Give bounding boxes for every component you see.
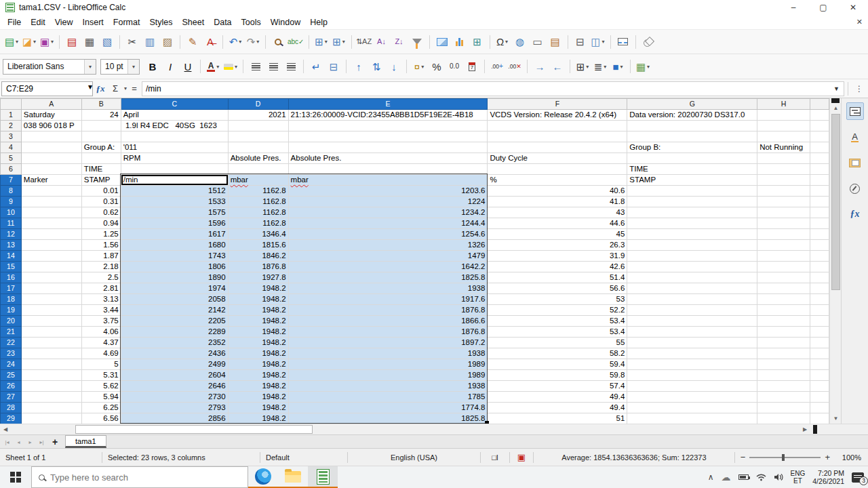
- cell-D6[interactable]: [228, 164, 288, 175]
- cell-B12[interactable]: 1.25: [81, 229, 121, 240]
- cell-F26[interactable]: 57.4: [488, 381, 627, 392]
- save-dropdown-icon[interactable]: ▾: [51, 39, 54, 45]
- cell-E7[interactable]: mbar: [288, 175, 488, 186]
- conditional-formatting-button[interactable]: ▦▾: [635, 58, 651, 75]
- menu-format[interactable]: Format: [108, 16, 145, 28]
- spelling-button[interactable]: abc✓: [288, 33, 304, 51]
- cell-E1[interactable]: 21:13:26:00009-VCID:23455A8BB1D5F19E2E-4…: [288, 110, 488, 121]
- row-header-27[interactable]: 27: [1, 392, 22, 403]
- align-left-button[interactable]: [248, 58, 264, 75]
- print-preview-button[interactable]: ▧: [99, 33, 115, 51]
- cell-F20[interactable]: 53.4: [488, 316, 627, 327]
- cell-F23[interactable]: 58.2: [488, 348, 627, 359]
- undo-button[interactable]: ↶▾: [227, 33, 243, 51]
- cell-A10[interactable]: [21, 207, 81, 218]
- cell-G4[interactable]: Group B:: [627, 142, 757, 153]
- cell-G13[interactable]: [627, 240, 757, 251]
- next-sheet-button[interactable]: ▸: [24, 436, 36, 448]
- row-header-18[interactable]: 18: [1, 294, 22, 305]
- cell-D20[interactable]: 1948.2: [228, 316, 288, 327]
- cell-G23[interactable]: [627, 348, 757, 359]
- row-header-23[interactable]: 23: [1, 348, 22, 359]
- cell-C8[interactable]: 1512: [121, 186, 228, 197]
- cell-C20[interactable]: 2205: [121, 316, 228, 327]
- sort-ascending-button[interactable]: A↓: [374, 33, 390, 51]
- cell-C21[interactable]: 2289: [121, 327, 228, 338]
- cell-F12[interactable]: 45: [488, 229, 627, 240]
- underline-button[interactable]: U: [180, 58, 196, 75]
- sidebar-functions-tab[interactable]: ƒx: [846, 205, 864, 223]
- cell-E27[interactable]: 1785: [288, 392, 488, 403]
- cell-F10[interactable]: 43: [488, 207, 627, 218]
- freeze-rows-columns-button[interactable]: ◫▾: [590, 33, 606, 51]
- zoom-slider[interactable]: [749, 457, 821, 458]
- expand-formula-bar-button[interactable]: ⋮: [852, 81, 867, 96]
- pivot-table-button[interactable]: ⊞: [469, 33, 486, 51]
- hidden-icons-chevron[interactable]: ∧: [708, 472, 714, 482]
- format-as-date-button[interactable]: 7: [464, 58, 480, 75]
- row-header-7[interactable]: 7: [1, 175, 22, 186]
- cell-D9[interactable]: 1162.8: [228, 197, 288, 207]
- spreadsheet-grid[interactable]: ABCDEFGH1Saturday24April202121:13:26:000…: [0, 98, 829, 424]
- equals-button[interactable]: =: [127, 81, 142, 96]
- menu-file[interactable]: File: [3, 16, 26, 28]
- cell-G22[interactable]: [627, 338, 757, 348]
- horizontal-scroll-thumb[interactable]: [75, 425, 313, 434]
- row-header-3[interactable]: 3: [1, 131, 22, 142]
- cell-A17[interactable]: [21, 283, 81, 294]
- cell-E26[interactable]: 1938: [288, 381, 488, 392]
- cell-D23[interactable]: 1948.2: [228, 348, 288, 359]
- new-dropdown-icon[interactable]: ▾: [16, 39, 18, 45]
- cell-G6[interactable]: TIME: [627, 164, 757, 175]
- cell-B15[interactable]: 2.18: [81, 262, 121, 272]
- col-header-E[interactable]: E: [288, 99, 488, 110]
- cell-G26[interactable]: [627, 381, 757, 392]
- taskbar-search[interactable]: [31, 466, 248, 488]
- cell-A16[interactable]: [21, 272, 81, 283]
- cell-G10[interactable]: [627, 207, 757, 218]
- cell-E13[interactable]: 1326: [288, 240, 488, 251]
- cell-C10[interactable]: 1575: [121, 207, 228, 218]
- select-all-corner[interactable]: [1, 99, 22, 110]
- cell-C11[interactable]: 1596: [121, 218, 228, 229]
- cell-E4[interactable]: [288, 142, 488, 153]
- border-color-dropdown-icon[interactable]: ▾: [620, 64, 623, 70]
- cell-D7[interactable]: mbar: [228, 175, 288, 186]
- cell-C22[interactable]: 2352: [121, 338, 228, 348]
- col-header-G[interactable]: G: [627, 99, 757, 110]
- cell-E17[interactable]: 1938: [288, 283, 488, 294]
- font-color-button[interactable]: A▾: [205, 58, 221, 75]
- cell-B28[interactable]: 6.25: [81, 403, 121, 413]
- cell-C15[interactable]: 1806: [121, 262, 228, 272]
- cell-A2[interactable]: 038 906 018 P: [21, 121, 81, 131]
- cell-H10[interactable]: [757, 207, 810, 218]
- cell-H9[interactable]: [757, 197, 810, 207]
- cell-B3[interactable]: [81, 131, 121, 142]
- cell-C6[interactable]: [121, 164, 228, 175]
- row-header-29[interactable]: 29: [1, 413, 22, 424]
- menu-tools[interactable]: Tools: [237, 16, 266, 28]
- border-style-dropdown-icon[interactable]: ▾: [604, 64, 606, 70]
- cell-C27[interactable]: 2730: [121, 392, 228, 403]
- notification-center-icon[interactable]: 3: [852, 472, 864, 483]
- cell-G15[interactable]: [627, 262, 757, 272]
- sort-button[interactable]: ⇅AZ: [356, 33, 372, 51]
- row-header-17[interactable]: 17: [1, 283, 22, 294]
- format-as-number-button[interactable]: 0.0: [446, 58, 462, 75]
- menu-view[interactable]: View: [50, 16, 78, 28]
- cell-H29[interactable]: [757, 413, 810, 424]
- format-as-currency-button[interactable]: ¤▾: [411, 58, 427, 75]
- cell-G19[interactable]: [627, 305, 757, 316]
- cell-C12[interactable]: 1617: [121, 229, 228, 240]
- cell-H25[interactable]: [757, 370, 810, 381]
- cell-A1[interactable]: Saturday: [21, 110, 81, 121]
- cell-F13[interactable]: 26.3: [488, 240, 627, 251]
- cell-G1[interactable]: Data version: 20200730 DS317.0: [627, 110, 757, 121]
- cell-A21[interactable]: [21, 327, 81, 338]
- cell-B9[interactable]: 0.31: [81, 197, 121, 207]
- cell-F3[interactable]: [488, 131, 627, 142]
- sidebar-navigator-tab[interactable]: [846, 180, 864, 197]
- cell-F27[interactable]: 49.4: [488, 392, 627, 403]
- cell-C17[interactable]: 1974: [121, 283, 228, 294]
- cell-A18[interactable]: [21, 294, 81, 305]
